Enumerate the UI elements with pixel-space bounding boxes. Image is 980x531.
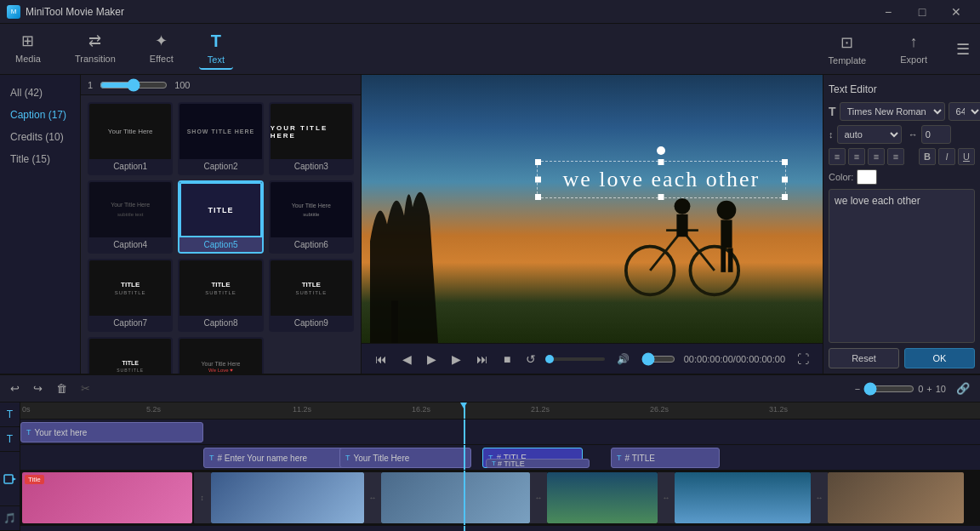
clip-your-title-here[interactable]: T Your Title Here <box>339 448 471 468</box>
timeline-zoom-slider[interactable] <box>863 382 914 396</box>
align-left-button[interactable]: ≡ <box>829 148 846 165</box>
caption-item-4[interactable]: Your Title Heresubtitle text Caption4 <box>88 180 173 254</box>
caption-item-2[interactable]: SHOW TITLE HERE Caption2 <box>178 102 263 175</box>
video-clip-1[interactable]: Title <box>22 472 192 523</box>
toolbar-left: ⊞ Media ⇄ Transition ✦ Effect T Text <box>7 28 233 70</box>
video-clip-2[interactable] <box>211 472 364 523</box>
play-button[interactable]: ▶ <box>424 351 440 368</box>
menu-button[interactable]: ☰ <box>953 37 973 62</box>
timeline-ruler: 0s 5.2s 11.2s 16.2s 21.2s 26.2s 31.2s <box>20 403 980 420</box>
nav-all[interactable]: All (42) <box>0 82 80 104</box>
minimize-button[interactable]: − <box>871 0 905 24</box>
video-clip-6[interactable] <box>828 472 964 523</box>
undo-button[interactable]: ↩ <box>7 380 23 397</box>
toolbar-template[interactable]: ⊡ Template <box>820 30 875 69</box>
maximize-button[interactable]: □ <box>905 0 939 24</box>
transition-1[interactable]: ↔ <box>194 472 211 523</box>
audio-track-icon[interactable]: 🎵 <box>0 506 20 531</box>
nav-caption[interactable]: Caption (17) <box>0 104 80 126</box>
handle-ml[interactable] <box>535 176 541 182</box>
toolbar-export[interactable]: ↑ Export <box>892 30 936 68</box>
zoom-value: 100 <box>174 80 190 90</box>
progress-bar[interactable] <box>548 357 604 361</box>
handle-br[interactable] <box>782 194 788 200</box>
clip-title-2[interactable]: T # TITLE <box>486 459 590 468</box>
toolbar-media[interactable]: ⊞ Media <box>7 28 49 70</box>
effect-icon: ✦ <box>155 31 168 50</box>
fullscreen-button[interactable]: ⛶ <box>794 351 812 368</box>
handle-tr[interactable] <box>782 159 788 165</box>
text-editor-textarea[interactable]: we love each other <box>829 189 975 343</box>
nav-credits[interactable]: Credits (10) <box>0 126 80 148</box>
timeline-content: T T 🎵 0s 5.2s 11.2s 16.2s 21.2s 26.2s 31… <box>0 403 980 531</box>
reset-button[interactable]: Reset <box>829 348 899 368</box>
handle-bl[interactable] <box>535 194 541 200</box>
close-button[interactable]: ✕ <box>939 0 973 24</box>
stop-button[interactable]: ■ <box>500 351 514 368</box>
clip-title-3[interactable]: T # TITLE <box>611 448 720 468</box>
color-picker[interactable] <box>857 169 877 185</box>
video-track-icon[interactable] <box>0 452 20 505</box>
caption-item-8[interactable]: TITLE SUBTITLE Caption8 <box>178 259 263 332</box>
handle-bc[interactable] <box>658 194 664 200</box>
video-clip-3[interactable] <box>381 472 530 523</box>
caption-item-10[interactable]: TITLE SUBTITLE Caption10 <box>88 337 173 374</box>
delete-button[interactable]: 🗑 <box>53 380 71 397</box>
step-forward-button[interactable]: ▶ <box>448 351 464 368</box>
transition-5[interactable]: ↔ <box>811 472 828 523</box>
caption-panel: Your Title Here Caption1 SHOW TITLE HERE… <box>81 95 362 374</box>
progress-thumb[interactable] <box>545 355 554 363</box>
transition-2[interactable]: ↔ <box>364 472 381 523</box>
toolbar-effect[interactable]: ✦ Effect <box>141 28 182 70</box>
main-area: All (42) Caption (17) Credits (10) Title… <box>0 75 980 374</box>
caption-item-3[interactable]: YOUR TITLE HERE Caption3 <box>269 102 354 175</box>
volume-slider[interactable] <box>641 352 675 366</box>
caption-item-11[interactable]: Your Title HereWe Love ♥ Caption11 <box>178 337 263 374</box>
caption-item-5[interactable]: TITLE Caption5 <box>178 180 263 254</box>
zoom-slider[interactable] <box>100 78 168 92</box>
font-family-select[interactable]: Times New Roman <box>840 102 945 121</box>
align-center-button[interactable]: ≡ <box>848 148 865 165</box>
italic-button[interactable]: I <box>938 148 955 165</box>
clip-your-text-here[interactable]: T Your text here <box>20 422 203 442</box>
transition-3[interactable]: ↔ <box>530 472 547 523</box>
nav-title[interactable]: Title (15) <box>0 148 80 170</box>
step-back-button[interactable]: ◀ <box>399 351 415 368</box>
text-track-icon[interactable]: T <box>0 403 20 427</box>
video-clip-4[interactable] <box>547 472 658 523</box>
text-overlay-container[interactable]: we love each other <box>537 161 786 198</box>
transition-4[interactable]: ↔ <box>658 472 675 523</box>
toolbar-text[interactable]: T Text <box>199 28 233 70</box>
caption-item-1[interactable]: Your Title Here Caption1 <box>88 102 173 175</box>
effect-label: Effect <box>150 54 174 64</box>
cut-button[interactable]: ✂ <box>77 380 94 397</box>
volume-icon[interactable]: 🔊 <box>613 351 633 367</box>
ok-button[interactable]: OK <box>904 348 975 368</box>
redo-button[interactable]: ↪ <box>30 380 46 397</box>
caption-item-9[interactable]: TITLE SUBTITLE Caption9 <box>269 259 354 332</box>
video-clip-5[interactable] <box>675 472 811 523</box>
caption-item-6[interactable]: Your Title Heresubtitle Caption6 <box>269 180 354 254</box>
preview-text-overlay: we love each other <box>538 165 785 194</box>
bold-button[interactable]: B <box>919 148 936 165</box>
font-size-select[interactable]: 64 <box>949 102 980 121</box>
rotation-handle[interactable] <box>657 146 665 155</box>
skip-back-button[interactable]: ⏮ <box>372 351 390 368</box>
align-justify-button[interactable]: ≡ <box>887 148 904 165</box>
handle-mr[interactable] <box>782 176 788 182</box>
letter-spacing-input[interactable] <box>921 125 951 144</box>
handle-tc[interactable] <box>658 159 664 165</box>
timeline-playhead[interactable] <box>464 403 465 419</box>
text-track-icon-2[interactable]: T <box>0 427 20 452</box>
loop-button[interactable]: ↺ <box>522 351 539 368</box>
underline-button[interactable]: U <box>958 148 975 165</box>
align-right-button[interactable]: ≡ <box>868 148 885 165</box>
link-button[interactable]: 🔗 <box>953 380 973 397</box>
line-height-select[interactable]: auto <box>837 125 902 144</box>
skip-forward-button[interactable]: ⏭ <box>473 351 492 368</box>
caption-item-7[interactable]: TITLE SUBTITLE Caption7 <box>88 259 173 332</box>
timeline-toolbar: ↩ ↪ 🗑 ✂ − 0 + 10 🔗 <box>0 375 980 403</box>
handle-tl[interactable] <box>535 159 541 165</box>
line-height-icon: ↕ <box>829 129 834 140</box>
toolbar-transition[interactable]: ⇄ Transition <box>66 28 124 70</box>
